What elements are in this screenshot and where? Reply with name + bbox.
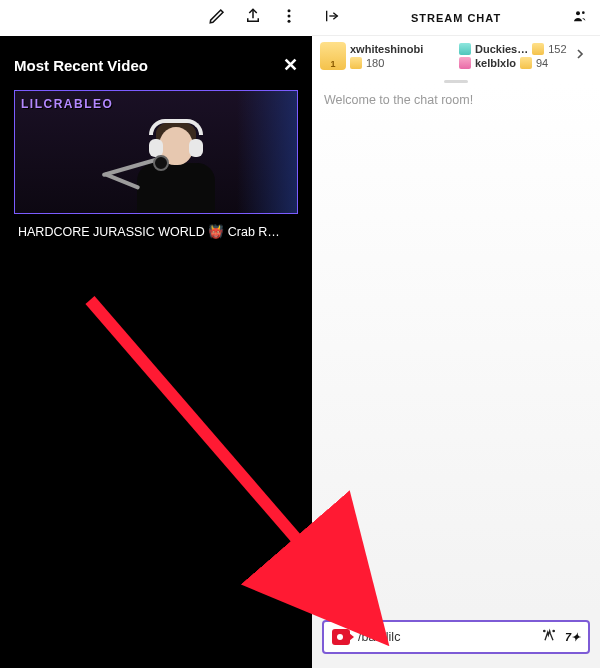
chat-header: STREAM CHAT [312, 0, 600, 36]
gift-icon [520, 57, 532, 69]
gifter-name: kelblxlo [475, 57, 516, 69]
chat-input[interactable]: 7✦ [322, 620, 590, 654]
thumb-badge: LILCRABLEO [21, 97, 113, 111]
identity-badge-icon[interactable] [332, 629, 350, 645]
bits-badge[interactable]: 7✦ [565, 631, 580, 644]
gift-icon [459, 43, 471, 55]
chat-text-input[interactable] [358, 630, 533, 644]
chevron-right-icon[interactable] [568, 42, 592, 70]
video-card[interactable]: LILCRABLEO [14, 90, 298, 214]
panel-header: Most Recent Video ✕ [14, 54, 298, 76]
svg-point-4 [582, 11, 585, 14]
svg-point-3 [576, 11, 580, 15]
chat-messages[interactable]: Welcome to the chat room! [312, 83, 600, 612]
welcome-text: Welcome to the chat room! [324, 93, 473, 107]
gifter-name: xwhiteshinobi [350, 43, 423, 55]
gifter-third[interactable]: kelblxlo 94 [459, 57, 564, 69]
video-panel-column: Most Recent Video ✕ LILCRABLEO [0, 0, 312, 668]
gift-icon [350, 57, 362, 69]
svg-point-6 [553, 630, 554, 631]
video-thumbnail[interactable]: LILCRABLEO [15, 91, 297, 213]
svg-point-5 [544, 630, 545, 631]
community-icon[interactable] [572, 8, 588, 28]
video-title: HARDCORE JURASSIC WORLD 👹 Crab R… [14, 214, 298, 239]
gift-rank1-icon [320, 42, 346, 70]
panel-title: Most Recent Video [14, 57, 148, 74]
recent-video-panel: Most Recent Video ✕ LILCRABLEO [0, 36, 312, 668]
more-vertical-icon[interactable] [280, 7, 298, 29]
gifters-row: xwhiteshinobi 180 Duckies… 152 kelblxlo … [312, 36, 600, 80]
input-icons: 7✦ [541, 627, 580, 647]
chat-column: STREAM CHAT xwhiteshinobi 180 Duckies… 1… [312, 0, 600, 668]
chat-header-title: STREAM CHAT [411, 12, 501, 24]
gift-icon [459, 57, 471, 69]
close-icon[interactable]: ✕ [283, 54, 298, 76]
chat-input-area: 7✦ [312, 612, 600, 668]
collapse-chat-icon[interactable] [324, 8, 340, 28]
svg-point-2 [288, 20, 291, 23]
gifter-top-count: 180 [350, 57, 455, 69]
gifter-second[interactable]: Duckies… 152 [459, 43, 564, 55]
edit-icon[interactable] [208, 7, 226, 29]
gifter-name: Duckies… [475, 43, 528, 55]
gifter-top[interactable]: xwhiteshinobi [350, 43, 455, 55]
svg-point-0 [288, 9, 291, 12]
gift-icon [532, 43, 544, 55]
video-top-toolbar [0, 0, 312, 36]
share-icon[interactable] [244, 7, 262, 29]
cheer-icon[interactable] [541, 627, 557, 647]
svg-point-1 [288, 15, 291, 18]
